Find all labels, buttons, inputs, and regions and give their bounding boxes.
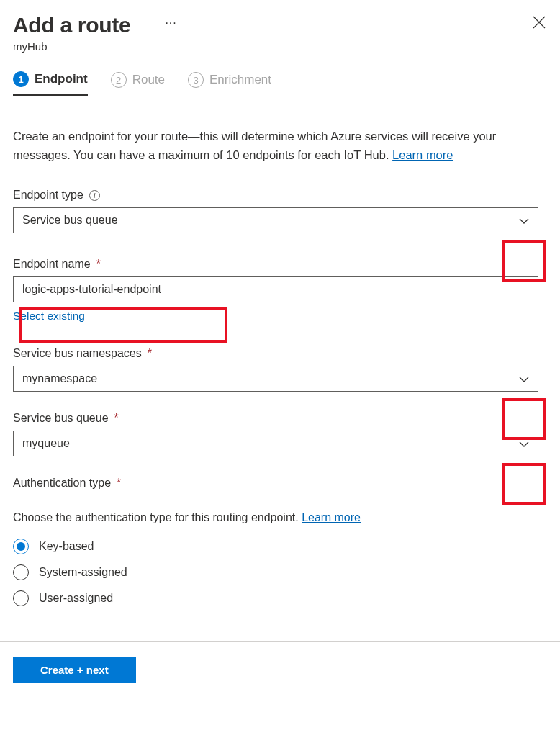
field-auth-type: Authentication type * Choose the authent… <box>13 477 538 606</box>
radio-icon <box>13 590 29 606</box>
namespace-select[interactable]: mynamespace <box>13 366 538 392</box>
radio-label: Key-based <box>39 540 94 553</box>
chevron-down-icon <box>519 437 529 450</box>
step-badge: 2 <box>111 72 127 88</box>
tab-label: Enrichment <box>209 73 271 87</box>
field-queue: Service bus queue * myqueue <box>13 412 538 456</box>
field-endpoint-type: Endpoint type i Service bus queue <box>13 189 538 233</box>
endpoint-type-select[interactable]: Service bus queue <box>13 207 538 233</box>
tab-endpoint[interactable]: 1 Endpoint <box>13 71 88 96</box>
select-existing-link[interactable]: Select existing <box>13 310 538 323</box>
endpoint-name-input[interactable] <box>13 276 538 302</box>
field-label: Endpoint type <box>13 189 83 202</box>
field-label: Service bus namespaces <box>13 347 142 360</box>
more-icon[interactable]: ··· <box>165 17 176 33</box>
tab-label: Endpoint <box>35 72 88 86</box>
required-indicator: * <box>96 258 101 271</box>
tab-label: Route <box>132 73 165 87</box>
field-label: Endpoint name <box>13 258 91 271</box>
page-title: Add a route <box>13 13 130 37</box>
wizard-tabs: 1 Endpoint 2 Route 3 Enrichment <box>13 71 547 96</box>
radio-label: System-assigned <box>39 566 127 579</box>
field-endpoint-name: Endpoint name * Select existing <box>13 258 538 323</box>
select-value: myqueue <box>22 437 70 450</box>
step-badge: 1 <box>13 71 29 87</box>
tab-route[interactable]: 2 Route <box>111 71 165 96</box>
field-namespace: Service bus namespaces * mynamespace <box>13 347 538 392</box>
info-icon[interactable]: i <box>89 190 100 201</box>
chevron-down-icon <box>519 372 529 385</box>
radio-icon <box>13 564 29 580</box>
select-value: mynamespace <box>22 372 97 385</box>
intro-text: Create an endpoint for your route—this w… <box>13 127 538 164</box>
step-badge: 3 <box>188 72 204 88</box>
required-indicator: * <box>114 412 119 425</box>
auth-radio-group: Key-based System-assigned User-assigned <box>13 539 538 606</box>
radio-user-assigned[interactable]: User-assigned <box>13 590 538 606</box>
required-indicator: * <box>117 477 121 490</box>
tab-enrichment[interactable]: 3 Enrichment <box>188 71 271 96</box>
close-button[interactable] <box>533 13 547 31</box>
field-label: Service bus queue <box>13 412 109 425</box>
queue-select[interactable]: myqueue <box>13 431 538 456</box>
create-next-button[interactable]: Create + next <box>13 657 136 683</box>
select-value: Service bus queue <box>22 214 118 227</box>
required-indicator: * <box>148 347 152 360</box>
auth-description: Choose the authentication type for this … <box>13 511 538 524</box>
page-subtitle: myHub <box>13 40 177 53</box>
close-icon <box>533 16 546 29</box>
learn-more-link[interactable]: Learn more <box>392 148 453 161</box>
chevron-down-icon <box>519 214 529 227</box>
field-label: Authentication type <box>13 477 111 490</box>
radio-key-based[interactable]: Key-based <box>13 539 538 554</box>
auth-desc-text: Choose the authentication type for this … <box>13 511 302 523</box>
auth-learn-more-link[interactable]: Learn more <box>302 511 361 523</box>
radio-icon <box>13 539 29 554</box>
radio-system-assigned[interactable]: System-assigned <box>13 564 538 580</box>
radio-label: User-assigned <box>39 592 113 605</box>
